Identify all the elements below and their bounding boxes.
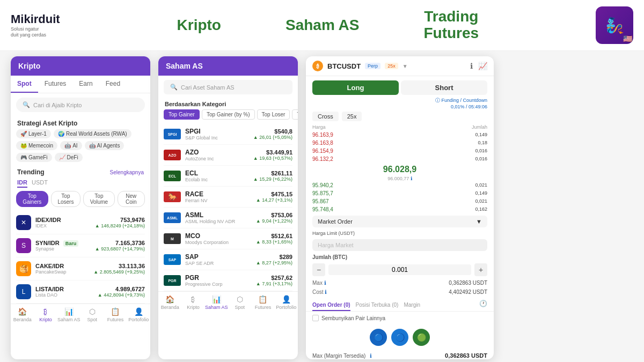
tab-top-loser-pct[interactable]: Top Loser (by %) xyxy=(292,109,298,120)
stock-sap[interactable]: SAP SAP SAP SE ADR $289 ▲ 8,27 (+2,95%) xyxy=(164,249,292,270)
coin-item-syn[interactable]: S SYN/IDR Baru Synapse 7.165,3736 ▲ 923,… xyxy=(16,234,145,257)
leverage-btn[interactable]: 25x xyxy=(342,112,362,121)
tab-feed[interactable]: Feed xyxy=(99,76,127,93)
tab-top-loser[interactable]: Top Loser xyxy=(257,109,290,120)
buy-row-3: 95.8670,021 xyxy=(312,197,487,205)
saham-search-icon: 🔍 xyxy=(170,84,178,91)
max-margin-label: Max (Margin Tersedia) xyxy=(312,353,365,359)
tab-top-gainer[interactable]: Top Gainer xyxy=(164,109,200,120)
tag-ai[interactable]: 🤖AI xyxy=(60,141,82,150)
cost-row: Cost ℹ 4,402492 USDT xyxy=(306,287,494,297)
sembunyi-checkbox[interactable] xyxy=(312,315,319,321)
stock-pgr[interactable]: PGR PGR Progressive Corp $257,62 ▲ 7,91 … xyxy=(164,270,292,291)
qty-plus-btn[interactable]: + xyxy=(474,263,487,276)
nav-futures-k[interactable]: 📋Futures xyxy=(104,307,127,322)
ftab-posisi[interactable]: Posisi Terbuka (0) xyxy=(356,300,399,311)
tag-layer1[interactable]: 🚀Layer-1 xyxy=(16,129,51,138)
nav-beranda-k[interactable]: 🏠Beranda xyxy=(11,307,34,322)
buy-orders: 95.940,20,021 95.875,70,149 95.8670,021 … xyxy=(306,181,494,213)
cross-leverage-row: Cross 25x xyxy=(306,109,494,123)
coin-item-cake[interactable]: 🥞 CAKE/IDR PancakeSwap 33.113,36 ▲ 2.805… xyxy=(16,257,145,280)
nav-saham-s[interactable]: 📊Saham AS xyxy=(205,295,228,310)
coin-list: ✕ IDEX/IDR IDEX 753,9476 ▲ 146,8249 (+24… xyxy=(11,211,150,304)
cost-info-icon: ℹ xyxy=(325,289,327,295)
nav-futures-s[interactable]: 📋Futures xyxy=(251,295,274,310)
page-header: Mikirduit Solusi ngatur duit yang cerdas… xyxy=(0,0,644,51)
kripto-bottom-nav: 🏠Beranda ₿Kripto 📊Saham AS ⬡Spot 📋Future… xyxy=(11,304,150,326)
leverage-badge[interactable]: 25x xyxy=(385,63,398,69)
coin-icon-lista: L xyxy=(16,284,31,299)
mascot-icon: 🧞 xyxy=(596,6,633,44)
tab-earn[interactable]: Earn xyxy=(72,76,99,93)
tab-top-gainer-pct[interactable]: Top Gainer (by %) xyxy=(202,109,255,120)
qty-minus-btn[interactable]: − xyxy=(312,263,325,276)
stock-asml[interactable]: ASML ASML ASML Holding NV ADR $753,06 ▲ … xyxy=(164,208,292,228)
filter-top-volume[interactable]: Top Volume xyxy=(83,191,114,207)
strategy-tags: 🚀Layer-1 🌍Real World Assets (RWA) 🐸Memec… xyxy=(11,129,150,165)
long-tab[interactable]: Long xyxy=(312,80,399,95)
tag-rwa[interactable]: 🌍Real World Assets (RWA) xyxy=(54,129,131,138)
nav-spot-k[interactable]: ⬡Spot xyxy=(80,307,104,322)
cross-btn[interactable]: Cross xyxy=(312,112,339,121)
coin-price-cake: 33.113,36 ▲ 2.805,5469 (+9,25%) xyxy=(93,263,145,275)
coin-info-syn: SYN/IDR Baru Synapse xyxy=(35,240,91,252)
market-order-select[interactable]: Market Order ▼ xyxy=(312,216,487,227)
ftab-margin[interactable]: Margin xyxy=(404,300,420,311)
nav-porto-k[interactable]: 👤Portofolio xyxy=(127,307,150,322)
trending-label: Trending xyxy=(17,168,45,176)
logo-ecl: ECL xyxy=(164,171,181,181)
nav-saham-k[interactable]: 📊Saham AS xyxy=(57,307,80,322)
see-all-link[interactable]: Selengkapnya xyxy=(110,169,144,175)
logo-title: Mikirduit xyxy=(11,12,60,26)
tab-futures[interactable]: Futures xyxy=(38,76,73,93)
stock-azo[interactable]: AZO AZO AutoZone Inc $3.449,91 ▲ 19,63 (… xyxy=(164,145,292,166)
logo-azo: AZO xyxy=(164,150,181,160)
harga-limit-input[interactable]: Harga Market xyxy=(312,239,487,251)
coin-icon-cake: 🥞 xyxy=(16,261,31,276)
kategori-tabs: Top Gainer Top Gainer (by %) Top Loser T… xyxy=(158,109,298,124)
nav-porto-s[interactable]: 👤Portofolio xyxy=(275,295,298,310)
logo-asml: ASML xyxy=(164,212,181,223)
kripto-search-placeholder: Cari di Ajaib Kripto xyxy=(33,102,82,108)
short-tab[interactable]: Short xyxy=(401,80,487,95)
chart-icon[interactable]: 📈 xyxy=(478,62,487,70)
info-icon[interactable]: ℹ xyxy=(470,62,473,70)
cost-val: 4,402492 USDT xyxy=(449,289,487,295)
logo-area: Mikirduit Solusi ngatur duit yang cerdas xyxy=(11,12,60,38)
buy-row-1: 95.940,20,021 xyxy=(312,181,487,189)
stock-spgi[interactable]: SPGI SPGI S&P Global Inc $540,8 ▲ 26,01 … xyxy=(164,124,292,145)
kripto-header: Kripto xyxy=(11,56,150,76)
ftab-open-order[interactable]: Open Order (0) xyxy=(312,300,350,311)
nav-spot-s[interactable]: ⬡Spot xyxy=(228,295,251,310)
futures-tabs: Open Order (0) Posisi Terbuka (0) Margin… xyxy=(306,300,494,312)
coin-item-lista[interactable]: L LISTA/IDR Lista DAO 4.989,6727 ▲ 442,8… xyxy=(16,280,145,304)
search-icon: 🔍 xyxy=(23,101,30,108)
max-margin-info: ℹ xyxy=(370,353,372,359)
filter-top-gainers[interactable]: Top Gainers xyxy=(16,191,48,207)
stock-ecl[interactable]: ECL ECL Ecolab Inc $261,11 ▲ 15,29 (+6,2… xyxy=(164,166,292,187)
stock-race[interactable]: 🐎 RACE Ferrari NV $475,15 ▲ 14,27 (+3,1%… xyxy=(164,187,292,208)
logo-sub1: Solusi ngatur xyxy=(11,26,60,32)
currency-idr[interactable]: IDR xyxy=(17,178,27,188)
history-icon[interactable]: 🕐 xyxy=(479,300,487,311)
tag-memecoin[interactable]: 🐸Memecoin xyxy=(16,141,57,150)
tab-spot[interactable]: Spot xyxy=(11,76,38,93)
nav-kripto-s[interactable]: ₿Kripto xyxy=(181,295,204,310)
nav-beranda-s[interactable]: 🏠Beranda xyxy=(158,295,181,310)
btc-icon: ₿ xyxy=(312,61,323,71)
tag-gamefi[interactable]: 🎮GameFi xyxy=(16,153,52,162)
kripto-search-bar[interactable]: 🔍 Cari di Ajaib Kripto xyxy=(16,98,145,112)
saham-search[interactable]: 🔍 Cari Aset Saham AS xyxy=(164,80,292,94)
qty-input[interactable]: 0.001 xyxy=(328,264,471,275)
tag-defi[interactable]: 📈DeFi xyxy=(55,153,83,162)
filter-top-losers[interactable]: Top Losers xyxy=(51,191,81,207)
nav-kripto-k[interactable]: ₿Kripto xyxy=(34,307,57,322)
tag-ai-agents[interactable]: 🤖AI Agents xyxy=(85,141,125,150)
currency-usdt[interactable]: USDT xyxy=(32,178,48,188)
sell-row-4: 96.132,20,016 xyxy=(312,155,487,163)
filter-new-coin[interactable]: New Coin xyxy=(118,191,145,207)
coin-item-idex[interactable]: ✕ IDEX/IDR IDEX 753,9476 ▲ 146,8249 (+24… xyxy=(16,211,145,234)
ob-headers: Harga Jumlah xyxy=(306,123,494,131)
stock-mco[interactable]: M MCO Moodys Corporation $512,61 ▲ 8,33 … xyxy=(164,228,292,249)
info-icon-sm: ℹ xyxy=(411,176,412,181)
